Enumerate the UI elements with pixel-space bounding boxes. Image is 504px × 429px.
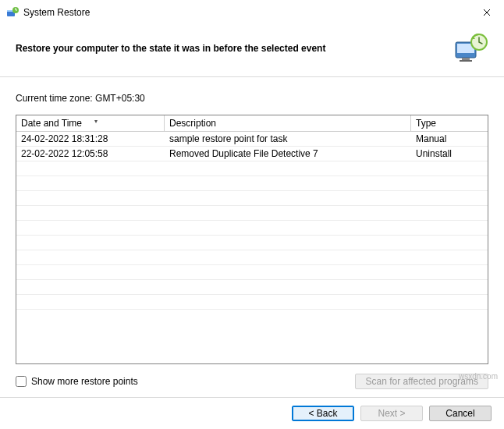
column-date-label: Date and Time (21, 118, 82, 129)
table-row (16, 250, 488, 265)
cell-date: 22-02-2022 12:05:58 (16, 147, 165, 161)
restore-art-icon (454, 33, 488, 64)
table-row (16, 236, 488, 250)
cell-date: 24-02-2022 18:31:28 (16, 132, 165, 146)
show-more-label: Show more restore points (31, 376, 138, 387)
table-footer-row: Show more restore points Scan for affect… (16, 364, 488, 389)
svg-rect-5 (462, 58, 470, 60)
scan-affected-button[interactable]: Scan for affected programs (355, 374, 488, 389)
cell-desc: Removed Duplicate File Detective 7 (165, 147, 411, 161)
table-row[interactable]: 22-02-2022 12:05:58Removed Duplicate Fil… (16, 147, 488, 161)
column-date[interactable]: Date and Time ▾ (16, 115, 165, 131)
show-more-checkbox-input[interactable] (16, 376, 27, 387)
system-restore-icon (6, 6, 19, 19)
table-row (16, 206, 488, 221)
back-button[interactable]: < Back (292, 406, 354, 421)
cell-type: Manual (411, 132, 488, 146)
wizard-footer: < Back Next > Cancel (0, 397, 504, 429)
column-description[interactable]: Description (165, 115, 411, 131)
sort-indicator-icon: ▾ (94, 118, 98, 125)
svg-rect-6 (460, 60, 472, 62)
wizard-header: Restore your computer to the state it wa… (0, 25, 504, 77)
window-title: System Restore (23, 7, 470, 18)
table-row (16, 161, 488, 176)
wizard-body: Current time zone: GMT+05:30 Date and Ti… (0, 77, 504, 397)
column-type[interactable]: Type (411, 115, 488, 131)
table-row (16, 191, 488, 206)
titlebar: System Restore (0, 0, 504, 25)
cell-type: Uninstall (411, 147, 488, 161)
table-row (16, 265, 488, 280)
table-header: Date and Time ▾ Description Type (16, 115, 488, 132)
page-heading: Restore your computer to the state it wa… (16, 43, 443, 54)
table-row (16, 280, 488, 295)
table-body: 24-02-2022 18:31:28sample restore point … (16, 132, 488, 363)
cancel-button[interactable]: Cancel (429, 406, 492, 421)
restore-points-table[interactable]: Date and Time ▾ Description Type 24-02-2… (16, 115, 488, 364)
cell-desc: sample restore point for task (165, 132, 411, 146)
table-row (16, 295, 488, 310)
table-row (16, 176, 488, 191)
table-row (16, 221, 488, 236)
show-more-checkbox[interactable]: Show more restore points (16, 376, 138, 387)
close-button[interactable] (470, 1, 504, 24)
timezone-label: Current time zone: GMT+05:30 (16, 93, 488, 104)
next-button[interactable]: Next > (360, 406, 423, 421)
table-row[interactable]: 24-02-2022 18:31:28sample restore point … (16, 132, 488, 147)
